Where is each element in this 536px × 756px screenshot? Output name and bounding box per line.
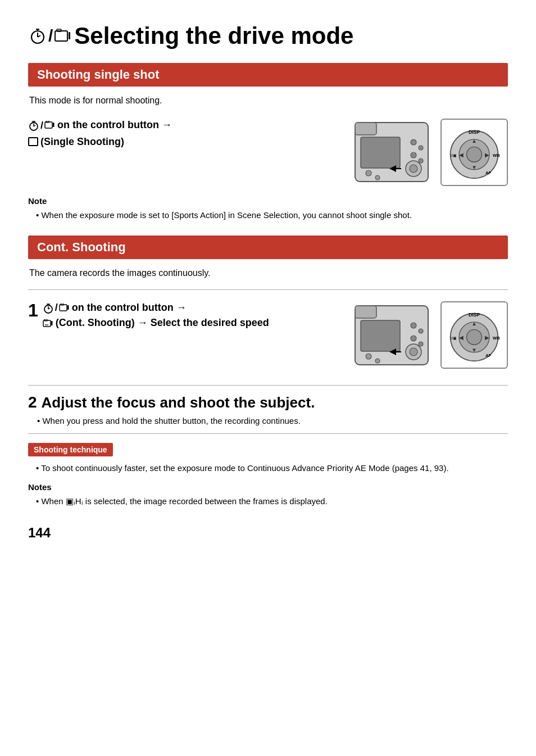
control-dial-image: DISP ☽/▣ WB AF ▲ ▼ ◀ ▶ bbox=[445, 122, 503, 183]
section1-camera-images: DISP ☽/▣ WB AF ▲ ▼ ◀ ▶ bbox=[351, 117, 508, 187]
notes-bullet-sym: • When bbox=[36, 496, 66, 506]
camera-back-image bbox=[351, 117, 434, 187]
step1-icons: / bbox=[28, 117, 54, 134]
svg-text:DISP: DISP bbox=[469, 312, 480, 318]
camera-back-image-2 bbox=[351, 300, 434, 370]
svg-point-20 bbox=[411, 139, 416, 145]
svg-text:▼: ▼ bbox=[471, 164, 477, 170]
technique-bullet: • bbox=[36, 463, 41, 473]
section1-header: Shooting single shot bbox=[28, 63, 508, 87]
svg-point-66 bbox=[467, 329, 482, 345]
technique-label: Shooting technique bbox=[28, 443, 113, 456]
svg-text:DISP: DISP bbox=[469, 129, 480, 135]
svg-text:WB: WB bbox=[493, 336, 500, 341]
self-timer-small-icon bbox=[28, 120, 39, 131]
svg-point-21 bbox=[419, 146, 423, 150]
svg-text:▲: ▲ bbox=[471, 137, 477, 143]
svg-text:◀: ◀ bbox=[459, 334, 464, 341]
step1-instruction: / on the control button → bbox=[43, 300, 269, 331]
step2-heading: 2Adjust the focus and shoot the subject. bbox=[28, 393, 508, 411]
svg-rect-18 bbox=[355, 123, 376, 135]
title-icons: / bbox=[28, 26, 71, 46]
step2-text: Adjust the focus and shoot the subject. bbox=[42, 394, 315, 411]
step1-sub-instruction: (Cont. Shooting) → Select the desired sp… bbox=[43, 317, 269, 328]
svg-point-58 bbox=[419, 342, 423, 346]
section2-header: Cont. Shooting bbox=[28, 236, 508, 259]
svg-rect-50 bbox=[51, 321, 53, 325]
cont-mode-icon bbox=[43, 319, 53, 328]
self-timer-icon bbox=[28, 26, 47, 46]
notes-title: Notes bbox=[28, 482, 508, 492]
svg-text:▶: ▶ bbox=[485, 151, 489, 157]
divider-top bbox=[28, 289, 508, 290]
section1-note-title: Note bbox=[28, 196, 508, 206]
svg-text:AF: AF bbox=[485, 353, 492, 358]
section1-note: Note • When the exposure mode is set to … bbox=[28, 196, 508, 222]
svg-point-55 bbox=[411, 323, 416, 328]
svg-rect-19 bbox=[361, 137, 400, 168]
step2-row: 2Adjust the focus and shoot the subject.… bbox=[28, 385, 508, 434]
svg-point-25 bbox=[410, 165, 417, 173]
svg-rect-48 bbox=[43, 320, 51, 327]
svg-point-23 bbox=[419, 159, 423, 163]
svg-text:AF: AF bbox=[485, 170, 492, 175]
svg-point-31 bbox=[467, 147, 482, 162]
svg-text:▼: ▼ bbox=[471, 347, 477, 353]
svg-rect-54 bbox=[361, 320, 400, 351]
technique-section: Shooting technique • To shoot continuous… bbox=[28, 443, 508, 475]
svg-text:☽/▣: ☽/▣ bbox=[448, 153, 457, 157]
page-number: 144 bbox=[28, 525, 508, 541]
page-title-text: Selecting the drive mode bbox=[74, 22, 353, 49]
step2-number: 2 bbox=[28, 393, 37, 411]
page-title: / Selecting the drive mode bbox=[28, 22, 508, 49]
svg-point-60 bbox=[410, 348, 417, 356]
single-mode-icon bbox=[28, 137, 38, 146]
svg-point-57 bbox=[411, 336, 416, 341]
control-dial-wrap: DISP ☽/▣ WB AF ▲ ▼ ◀ ▶ bbox=[440, 119, 508, 186]
section1-description: This mode is for normal shooting. bbox=[29, 96, 508, 106]
notes-bullet: • When ▣ᵢHᵢ is selected, the image recor… bbox=[36, 495, 508, 508]
cont-step1-icon bbox=[59, 304, 69, 313]
svg-text:◀: ◀ bbox=[459, 151, 464, 157]
svg-text:☽/▣: ☽/▣ bbox=[448, 336, 457, 340]
svg-rect-16 bbox=[29, 138, 38, 146]
technique-text: • To shoot continuously faster, set the … bbox=[36, 462, 508, 475]
section2-description: The camera records the images continuous… bbox=[29, 268, 508, 278]
section1-step-text: / on the control button → (Single Shooti… bbox=[28, 117, 334, 161]
svg-rect-53 bbox=[355, 306, 376, 318]
notes-section: Notes • When ▣ᵢHᵢ is selected, the image… bbox=[28, 482, 508, 508]
svg-rect-7 bbox=[69, 32, 70, 39]
control-dial-wrap-2: DISP ☽/▣ WB AF ▲ ▼ ◀ ▶ bbox=[440, 301, 508, 369]
cont-small-icon bbox=[44, 121, 54, 130]
step1-camera-images: DISP ☽/▣ WB AF ▲ ▼ ◀ ▶ bbox=[351, 300, 508, 370]
svg-point-61 bbox=[366, 354, 371, 359]
svg-point-22 bbox=[411, 152, 416, 158]
svg-rect-47 bbox=[67, 305, 69, 310]
step1-row: 1 / bbox=[28, 300, 508, 379]
svg-rect-5 bbox=[55, 31, 67, 41]
single-shoot-icon: (Single Shooting) bbox=[28, 134, 124, 150]
step1-on-control: on the control button → bbox=[57, 119, 172, 130]
step2-bullet-symbol: • bbox=[37, 416, 42, 425]
step1-icons-inline: / bbox=[43, 300, 69, 315]
svg-point-62 bbox=[375, 359, 380, 363]
step1-text-block: 1 / bbox=[28, 300, 334, 331]
svg-text:WB: WB bbox=[493, 152, 500, 157]
single-shooting-label: (Single Shooting) bbox=[40, 134, 124, 150]
step1-number: 1 bbox=[28, 300, 38, 321]
continuous-shoot-icon bbox=[54, 29, 71, 43]
svg-point-26 bbox=[366, 170, 371, 176]
svg-text:▲: ▲ bbox=[471, 320, 477, 327]
step1-on-control-text: on the control button → bbox=[72, 302, 187, 313]
svg-rect-45 bbox=[60, 305, 67, 311]
shooting-single-shot-section: Shooting single shot This mode is for no… bbox=[28, 63, 508, 222]
self-timer-step1-icon bbox=[43, 302, 54, 314]
control-dial-image-2: DISP ☽/▣ WB AF ▲ ▼ ◀ ▶ bbox=[445, 305, 503, 365]
step2-bullet: • When you press and hold the shutter bu… bbox=[37, 416, 508, 425]
cont-hi-icon: ▣ᵢHᵢ bbox=[66, 496, 83, 506]
section1-step-instruction: / on the control button → (Single Shooti… bbox=[28, 117, 334, 151]
svg-text:▶: ▶ bbox=[485, 334, 489, 341]
svg-rect-13 bbox=[45, 122, 52, 128]
svg-point-56 bbox=[419, 329, 423, 333]
section1-note-text: • When the exposure mode is set to [Spor… bbox=[36, 209, 508, 222]
